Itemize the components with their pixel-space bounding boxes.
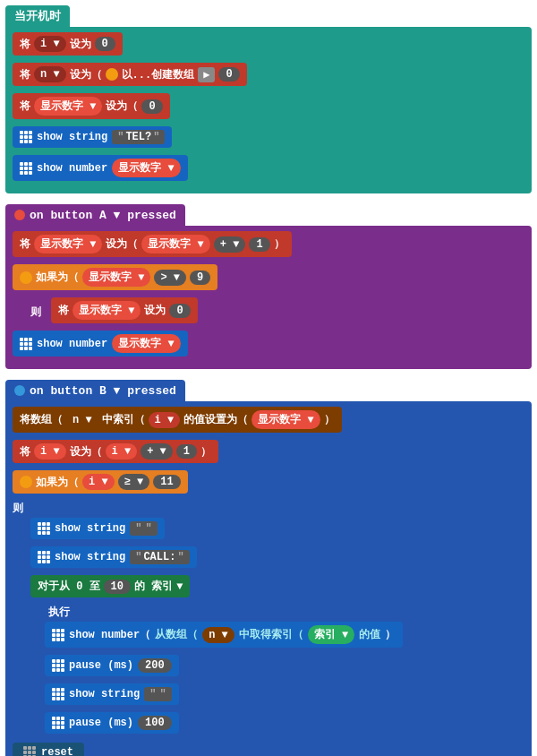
var-display[interactable]: 显示数字 ▼: [34, 97, 102, 116]
gear-icon-2: [20, 271, 32, 284]
assign-display-0: 将 显示数字 ▼ 设为 0: [51, 297, 198, 323]
show-string-tel: show string "TEL?": [13, 126, 172, 148]
reset-label: reset: [41, 746, 73, 756]
grid-icon-7: [52, 659, 64, 672]
grid-icon-5: [38, 551, 50, 563]
var-display-6[interactable]: 显示数字 ▼: [72, 301, 141, 320]
row-exec-show-empty: show string " ": [13, 683, 524, 709]
val-0c: 0: [141, 99, 162, 114]
button-b-body: 将数组（ n ▼ 中索引（ i ▼ 的值设置为（ 显示数字 ▼ ） 将 i ▼ …: [5, 401, 532, 756]
for-loop-stmt: 对于从 0 至 10 的 索引 ▼: [30, 575, 190, 597]
reset-button[interactable]: reset: [13, 743, 84, 756]
then-label-row: 则: [13, 501, 524, 516]
row-if-display: 如果为（ 显示数字 ▼ > ▼ 9: [13, 264, 524, 294]
row-increment-display: 将 显示数字 ▼ 设为（ 显示数字 ▼ + ▼ 1 ）: [13, 231, 524, 261]
button-a-header: on button A ▼ pressed: [5, 204, 185, 226]
button-b-label: on button B ▼ pressed: [30, 384, 176, 398]
string-empty2: " ": [144, 687, 171, 701]
op-plus[interactable]: + ▼: [214, 236, 246, 253]
assign-display: 将 显示数字 ▼ 设为（ 0: [13, 93, 170, 119]
row-increment-i: 将 i ▼ 设为（ i ▼ + ▼ 1 ）: [13, 440, 524, 467]
val-200: 200: [138, 658, 172, 673]
section-button-b: on button B ▼ pressed 将数组（ n ▼ 中索引（ i ▼ …: [5, 380, 532, 756]
grid-icon-1: [20, 131, 32, 143]
row-show-string-tel: show string "TEL?": [13, 126, 524, 151]
val-1: 1: [249, 237, 269, 252]
row-array-set: 将数组（ n ▼ 中索引（ i ▼ 的值设置为（ 显示数字 ▼ ）: [13, 407, 524, 436]
row-exec-pause2: pause (ms) 100: [13, 712, 524, 737]
var-display-2[interactable]: 显示数字 ▼: [112, 159, 180, 177]
show-string-empty2: show string " ": [45, 683, 179, 705]
op-plus-2[interactable]: + ▼: [141, 443, 173, 460]
var-arr-n2[interactable]: n ▼: [202, 627, 234, 643]
exec-label-row: 执行: [13, 605, 524, 620]
row-exec-pause1: pause (ms) 200: [13, 655, 524, 680]
startup-body: 将 i ▼ 设为 0 将 n ▼ 设为（ 以...创建数组 ▶ 0 将 显示数字…: [5, 27, 532, 193]
grid-icon-9: [52, 717, 64, 729]
var-display-8[interactable]: 显示数字 ▼: [251, 410, 320, 429]
button-b-header: on button B ▼ pressed: [5, 380, 185, 401]
assign-i: 将 i ▼ 设为 0: [13, 32, 123, 56]
val-1b: 1: [176, 444, 197, 459]
var-display-3[interactable]: 显示数字 ▼: [34, 235, 102, 253]
pause-100: pause (ms) 100: [45, 712, 179, 734]
val-9: 9: [190, 271, 210, 285]
gear-icon: [106, 68, 118, 81]
grid-icon-2: [20, 162, 32, 175]
row-then-reset-display: 则 将 显示数字 ▼ 设为 0: [13, 297, 524, 327]
grid-icon-10: [23, 746, 36, 756]
val-0b: 0: [218, 67, 239, 82]
var-arr-n[interactable]: n ▼: [66, 412, 98, 428]
circle-icon-a: [14, 210, 25, 220]
assign-n: 将 n ▼ 设为（ 以...创建数组 ▶ 0: [13, 63, 247, 86]
if-i-ge-11: 如果为（ i ▼ ≥ ▼ 11: [13, 470, 188, 494]
arrow-right: ▶: [198, 67, 215, 82]
grid-icon-6: [52, 629, 64, 641]
grid-icon-8: [52, 688, 64, 700]
show-number-1: show number 显示数字 ▼: [13, 155, 188, 181]
grid-icon-3: [20, 338, 32, 350]
string-call: "CALL:": [130, 550, 189, 564]
startup-label: 当开机时: [14, 8, 61, 24]
if-display-gt-9: 如果为（ 显示数字 ▼ > ▼ 9: [13, 264, 217, 290]
var-display-7[interactable]: 显示数字 ▼: [112, 334, 180, 353]
row-set-display: 将 显示数字 ▼ 设为（ 0: [13, 93, 524, 123]
startup-header: 当开机时: [5, 5, 70, 27]
val-0d: 0: [169, 304, 190, 318]
var-display-5[interactable]: 显示数字 ▼: [82, 268, 150, 287]
gear-icon-3: [20, 476, 32, 488]
var-i-5[interactable]: i ▼: [82, 474, 115, 490]
row-set-i: 将 i ▼ 设为 0: [13, 32, 524, 59]
var-i-3[interactable]: i ▼: [34, 443, 66, 460]
val-10: 10: [104, 580, 131, 594]
var-index[interactable]: 索引 ▼: [308, 625, 354, 644]
row-reset: reset: [13, 743, 524, 756]
op-ge[interactable]: ≥ ▼: [118, 474, 150, 490]
row-show-number-1: show number 显示数字 ▼: [13, 155, 524, 185]
op-gt[interactable]: > ▼: [154, 270, 186, 286]
row-show-number-2: show number 显示数字 ▼: [13, 331, 524, 360]
row-if-i-ge-11: 如果为（ i ▼ ≥ ▼ 11: [13, 470, 524, 497]
array-set-stmt: 将数组（ n ▼ 中索引（ i ▼ 的值设置为（ 显示数字 ▼ ）: [13, 407, 342, 433]
var-i-2[interactable]: i ▼: [149, 412, 181, 428]
val-100: 100: [138, 716, 172, 730]
circle-icon-b: [14, 385, 25, 396]
show-string-call: show string "CALL:": [30, 546, 197, 568]
val-11: 11: [153, 475, 180, 489]
var-i-4[interactable]: i ▼: [106, 443, 138, 460]
var-display-4[interactable]: 显示数字 ▼: [141, 235, 209, 253]
string-tel: "TEL?": [112, 130, 165, 144]
row-for-loop: 对于从 0 至 10 的 索引 ▼: [13, 575, 524, 601]
assign-i-plus: 将 i ▼ 设为（ i ▼ + ▼ 1 ）: [13, 440, 218, 463]
show-number-2: show number 显示数字 ▼: [13, 331, 188, 357]
row-set-n: 将 n ▼ 设为（ 以...创建数组 ▶ 0: [13, 63, 524, 90]
section-button-a: on button A ▼ pressed 将 显示数字 ▼ 设为（ 显示数字 …: [5, 204, 532, 369]
var-i[interactable]: i ▼: [34, 36, 66, 52]
val-0: 0: [95, 37, 115, 51]
string-empty1: " ": [130, 521, 157, 536]
section-startup: 当开机时 将 i ▼ 设为 0 将 n ▼ 设为（ 以...创建数组 ▶ 0: [5, 5, 532, 193]
show-number-array: show number（ 从数组（ n ▼ 中取得索引（ 索引 ▼ 的值 ）: [45, 622, 403, 648]
button-a-body: 将 显示数字 ▼ 设为（ 显示数字 ▼ + ▼ 1 ） 如果为（ 显示数字 ▼ …: [5, 226, 532, 369]
row-then-show-empty: show string " ": [13, 518, 524, 543]
var-n[interactable]: n ▼: [34, 66, 66, 82]
